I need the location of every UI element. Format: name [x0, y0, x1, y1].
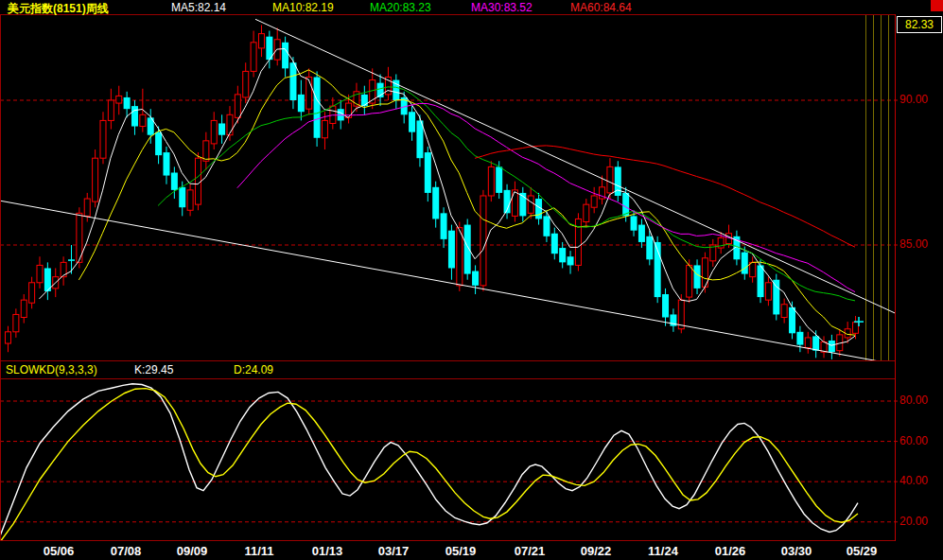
- y-axis-label: 80.00: [899, 394, 928, 407]
- y-axis-label: 40.00: [899, 474, 928, 487]
- kd-lines-group: [0, 384, 858, 542]
- x-axis-label: 05/19: [445, 544, 477, 558]
- chart-window: 美元指数(8151)周线 MA5:82.14MA10:82.19MA20:83.…: [0, 0, 943, 560]
- ma30-line: [237, 103, 855, 291]
- corner-square-icon: [931, 0, 943, 11]
- x-axis-label: 11/11: [244, 544, 273, 558]
- ma5-line: [40, 49, 856, 346]
- y-axis-label: 85.00: [899, 237, 928, 251]
- x-axis-label: 09/09: [177, 544, 208, 558]
- latest-price-value: 82.33: [905, 18, 934, 31]
- x-axis-label: 11/24: [648, 544, 678, 558]
- y-axis-label: 90.00: [899, 93, 928, 106]
- chart-canvas[interactable]: [0, 0, 943, 560]
- x-axis-label: 03/17: [378, 544, 410, 558]
- header-bar: 美元指数(8151)周线 MA5:82.14MA10:82.19MA20:83.…: [0, 0, 943, 14]
- x-axis-label: 07/08: [111, 544, 142, 558]
- d-line: [0, 389, 858, 542]
- x-axis-label: 05/06: [44, 544, 75, 558]
- x-axis-label: 03/30: [781, 544, 812, 558]
- x-axis-label: 09/22: [581, 544, 612, 558]
- candles-group: [6, 25, 859, 359]
- indicator-k-value: K:29.45: [134, 363, 173, 376]
- indicator-d-value: D:24.09: [234, 363, 273, 376]
- x-axis-label: 07/21: [515, 544, 546, 558]
- k-line: [0, 384, 858, 536]
- y-axis-label: 20.00: [899, 515, 928, 528]
- ma-legend-item: MA30:83.52: [471, 1, 533, 14]
- latest-price-box: 82.33: [897, 16, 942, 33]
- ma-legend-item: MA60:84.64: [570, 1, 632, 14]
- indicator-label: SLOWKD(9,3,3,3): [6, 363, 97, 376]
- x-axis-label: 05/29: [847, 544, 878, 558]
- ma-legend-item: MA10:82.19: [272, 1, 334, 14]
- indicator-header-bar: SLOWKD(9,3,3,3) K:29.45 D:24.09: [0, 362, 897, 378]
- ma-legend-item: MA5:82.14: [171, 1, 226, 14]
- date-axis: 05/0607/0809/0911/1101/1303/1705/1907/21…: [0, 544, 943, 560]
- chart-title: 美元指数(8151)周线: [8, 1, 109, 17]
- ma-legend-item: MA20:83.23: [370, 1, 431, 14]
- x-axis-label: 01/13: [312, 544, 343, 558]
- trendlines-group: [0, 19, 897, 364]
- ma-lines-group: [40, 49, 856, 346]
- y-axis-label: 60.00: [899, 434, 928, 447]
- x-axis-label: 01/26: [715, 544, 746, 558]
